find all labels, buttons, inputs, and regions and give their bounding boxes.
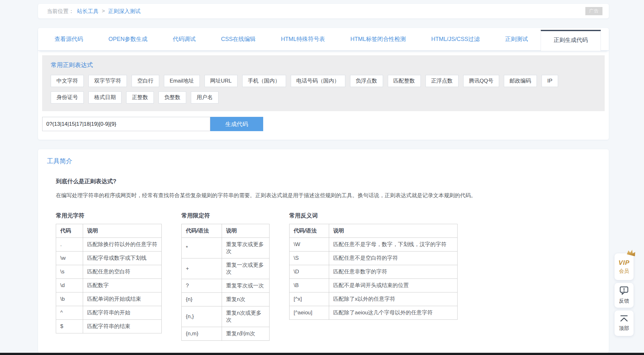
regex-chip-list: 中文字符 双字节字符 空白行 Email地址 网址URL 手机（国内） 电话号码… [51,75,571,104]
table-row: $ 匹配字符串的结束 [56,320,162,333]
chip-positive-int[interactable]: 正整数 [126,91,154,104]
tab-html-symbols[interactable]: HTML特殊符号表 [268,28,338,50]
back-to-top-icon [619,315,629,324]
table-row: \b 匹配单词的开始或结束 [56,292,162,306]
code-cell: \W [289,238,329,251]
vip-label: VIP [618,259,629,266]
desc-cell: 匹配单词的开始或结束 [83,292,162,306]
chip-id-card[interactable]: 身份证号 [51,91,84,104]
chip-email[interactable]: Email地址 [164,75,200,87]
desc-cell: 重复n到m次 [222,327,270,341]
antonym-table: 代码/语法 说明 \W 匹配任意不是字母，数字，下划线，汉字的字符 \S 匹配任… [289,224,458,320]
breadcrumb-link-page[interactable]: 正则深入测试 [108,8,140,15]
code-cell: {n,m} [182,327,222,341]
chip-url[interactable]: 网址URL [205,75,237,87]
chip-chinese-chars[interactable]: 中文字符 [51,75,84,87]
table-row: {n} 重复n次 [182,293,270,306]
chip-double-byte[interactable]: 双字节字符 [88,75,127,87]
chip-qq-number[interactable]: 腾讯QQ号 [463,75,499,87]
common-regex-title: 常用正则表达式 [51,61,596,69]
tab-open-params[interactable]: OPEN参数生成 [96,28,160,50]
tab-view-source[interactable]: 查看源代码 [42,28,96,50]
feedback-label: 反馈 [619,298,629,305]
chip-username[interactable]: 用户名 [191,91,218,104]
reference-tables: 常用元字符 代码 说明 . 匹配除换行符以外的任意字符 \w 匹配字母或数字或下… [56,212,600,341]
code-cell: [^aeiou] [289,306,329,320]
code-cell: [^x] [289,292,329,306]
chip-integer[interactable]: 匹配整数 [388,75,421,87]
col-header: 代码 [56,224,83,238]
desc-cell: 重复零次或一次 [222,279,270,293]
chip-mobile-cn[interactable]: 手机（国内） [242,75,286,87]
quantifier-table-title: 常用限定符 [181,212,270,219]
table-row: [^x] 匹配除了x以外的任意字符 [289,292,458,306]
tools-card: 查看源代码 OPEN参数生成 代码调试 CSS在线编辑 HTML特殊符号表 HT… [38,28,609,140]
code-cell: \s [56,265,83,279]
metachar-table-title: 常用元字符 [56,212,162,219]
chip-postcode[interactable]: 邮政编码 [504,75,537,87]
tab-html-js-css-filter[interactable]: HTML/JS/CSS过滤 [419,28,492,50]
table-row: ^ 匹配字符串的开始 [56,306,162,320]
table-row: \S 匹配任意不是空白符的字符 [289,251,458,265]
breadcrumb-link-site[interactable]: 站长工具 [77,8,99,15]
table-row: ? 重复零次或一次 [182,279,270,293]
feedback-bubble-icon [619,286,629,296]
chip-blank-line[interactable]: 空白行 [132,75,159,87]
table-row: . 匹配除换行符以外的任意字符 [56,238,162,251]
desc-cell: 匹配字符串的结束 [83,320,162,333]
crown-icon [625,248,637,259]
code-cell: . [56,238,83,251]
intro-question-heading: 到底什么是正则表达式? [56,178,600,185]
chip-negative-int[interactable]: 负整数 [159,91,186,104]
code-cell: \B [289,279,329,292]
table-row: \d 匹配数字 [56,279,162,292]
table-row: [^aeiou] 匹配除了aeiou这几个字母以外的任意字符 [289,306,458,320]
code-cell: ? [182,279,222,293]
vip-member-button[interactable]: VIP 会员 [615,253,634,280]
desc-cell: 匹配除了x以外的任意字符 [329,292,458,306]
tab-code-debug[interactable]: 代码调试 [160,28,208,50]
tool-tabs: 查看源代码 OPEN参数生成 代码调试 CSS在线编辑 HTML特殊符号表 HT… [38,28,609,51]
col-header: 说明 [329,224,458,238]
chip-date-format[interactable]: 格式日期 [88,91,121,104]
code-cell: {n,} [182,306,222,327]
ad-badge: 广告 [585,7,602,15]
generate-row: 生成代码 [42,117,609,131]
metachar-table: 代码 说明 . 匹配除换行符以外的任意字符 \w 匹配字母或数字或下划线 \s … [56,224,162,333]
desc-cell: 重复n次 [222,293,270,306]
breadcrumb-prefix: 当前位置： [47,8,74,15]
tab-css-editor[interactable]: CSS在线编辑 [208,28,268,50]
table-row: \w 匹配字母或数字或下划线 [56,251,162,265]
chip-phone-cn[interactable]: 电话号码（国内） [291,75,345,87]
antonym-section: 常用反义词 代码/语法 说明 \W 匹配任意不是字母，数字，下划线，汉字的字符 … [289,212,458,320]
table-row: * 重复零次或更多次 [182,238,270,258]
desc-cell: 匹配任意非数字的字符 [329,265,458,279]
intro-card: 工具简介 到底什么是正则表达式? 在编写处理字符串的程序或网页时，经常有查找符合… [38,149,609,353]
floating-widgets: VIP 会员 反馈 顶部 [615,253,634,336]
table-row: \B 匹配不是单词开头或结束的位置 [289,279,458,292]
tab-html-tag-check[interactable]: HTML标签闭合性检测 [338,28,419,50]
regex-input[interactable] [42,117,210,131]
chip-ip[interactable]: IP [542,75,558,87]
chip-negative-float[interactable]: 负浮点数 [350,75,383,87]
tab-regex-test[interactable]: 正则测试 [492,28,541,50]
code-cell: $ [56,320,83,333]
generate-code-button[interactable]: 生成代码 [210,117,263,131]
code-cell: ^ [56,306,83,320]
code-cell: \S [289,251,329,265]
feedback-button[interactable]: 反馈 [615,283,634,308]
tab-regex-generate-active[interactable]: 正则生成代码 [541,30,601,51]
breadcrumb: 当前位置： 站长工具 > 正则深入测试 [47,8,140,15]
code-cell: + [182,258,222,279]
desc-cell: 匹配任意不是空白符的字符 [329,251,458,265]
table-row: {n,m} 重复n到m次 [182,327,270,341]
code-cell: * [182,238,222,258]
code-cell: \D [289,265,329,279]
col-header: 说明 [222,224,270,238]
table-row: \W 匹配任意不是字母，数字，下划线，汉字的字符 [289,238,458,251]
intro-title: 工具简介 [47,157,600,165]
back-to-top-button[interactable]: 顶部 [615,311,634,336]
quantifier-table: 代码/语法 说明 * 重复零次或更多次 + 重复一次或更多次 ? 重复零次或一次 [181,224,270,341]
chip-positive-float[interactable]: 正浮点数 [426,75,459,87]
code-cell: \b [56,292,83,306]
